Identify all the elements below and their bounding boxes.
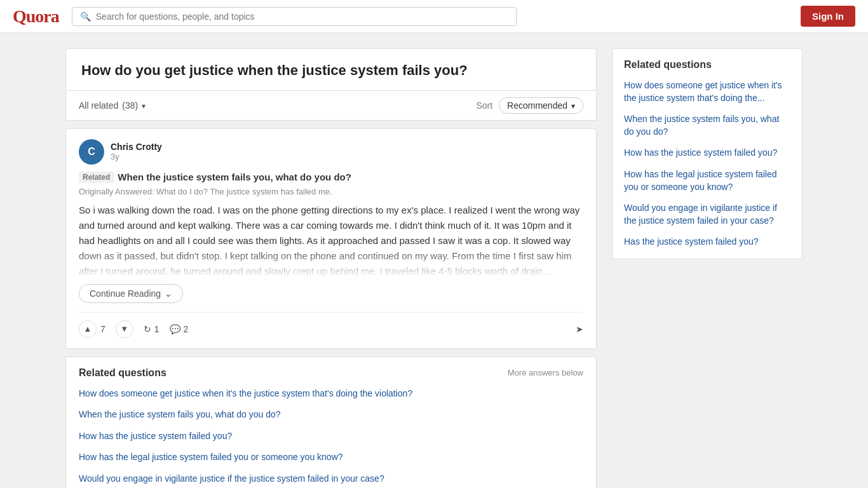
- all-related-label: All related: [79, 100, 118, 111]
- all-related-filter[interactable]: All related (38): [79, 100, 146, 111]
- quora-logo[interactable]: Quora: [13, 6, 59, 27]
- chevron-down-icon: [571, 100, 575, 111]
- more-answers-below: More answers below: [508, 368, 583, 377]
- reshare-button[interactable]: ↻ 1: [144, 324, 159, 334]
- sort-label: Sort: [476, 100, 492, 111]
- question-title: How do you get justice when the justice …: [81, 62, 581, 80]
- sidebar-link-6[interactable]: Has the justice system failed you?: [624, 236, 790, 248]
- all-related-count: (38): [122, 100, 138, 111]
- vote-row: ▲ 7 ▼ ↻ 1 💬 2 ➤: [79, 312, 583, 338]
- sidebar-link-4[interactable]: How has the legal justice system failed …: [624, 168, 790, 193]
- related-links-list: How does someone get justice when it's t…: [79, 388, 583, 485]
- author-name: Chris Crotty: [111, 142, 162, 152]
- related-questions-card: Related questions More answers below How…: [65, 356, 597, 488]
- sidebar-link-3[interactable]: How has the justice system failed you?: [624, 147, 790, 159]
- comment-count: 2: [184, 324, 189, 334]
- reshare-group: ↻ 1: [144, 324, 159, 334]
- chevron-down-icon: ⌄: [165, 288, 172, 299]
- sign-in-button[interactable]: Sign In: [801, 6, 855, 27]
- author-row: C Chris Crotty 3y: [79, 139, 583, 165]
- originally-answered: Originally Answered: What do I do? The j…: [79, 187, 583, 196]
- search-bar: 🔍: [72, 7, 517, 26]
- downvote-button[interactable]: ▼: [116, 320, 133, 338]
- sidebar-card: Related questions How does someone get j…: [612, 48, 803, 259]
- related-link-3[interactable]: How has the justice system failed you?: [79, 430, 583, 443]
- sidebar-link-5[interactable]: Would you engage in vigilante justice if…: [624, 202, 790, 227]
- center-column: How do you get justice when the justice …: [65, 48, 597, 488]
- header-right: Sign In: [801, 6, 855, 27]
- related-link-2[interactable]: When the justice system fails you, what …: [79, 409, 583, 421]
- related-link-5[interactable]: Would you engage in vigilante justice if…: [79, 473, 583, 485]
- share-icon: ➤: [576, 324, 583, 334]
- sort-dropdown[interactable]: Recommended: [499, 97, 583, 114]
- avatar: C: [79, 139, 104, 165]
- answer-card: C Chris Crotty 3y Related When the justi…: [65, 128, 597, 349]
- related-link-1[interactable]: How does someone get justice when it's t…: [79, 388, 583, 400]
- related-question-link[interactable]: When the justice system fails you, what …: [118, 172, 351, 182]
- sidebar-link-2[interactable]: When the justice system fails you, what …: [624, 113, 790, 138]
- search-icon: 🔍: [80, 11, 91, 22]
- search-input[interactable]: [96, 11, 508, 22]
- question-card: How do you get justice when the justice …: [65, 48, 597, 91]
- author-info: Chris Crotty 3y: [111, 142, 162, 161]
- share-button[interactable]: ➤: [576, 324, 583, 334]
- upvote-group: ▲ 7: [79, 320, 105, 338]
- upvote-button[interactable]: ▲: [79, 320, 97, 338]
- fade-overlay: [79, 247, 583, 279]
- comment-button[interactable]: 💬 2: [170, 324, 189, 334]
- continue-reading-label: Continue Reading: [90, 288, 161, 299]
- header: Quora 🔍 Sign In: [0, 0, 868, 33]
- sidebar-title: Related questions: [624, 59, 790, 71]
- right-sidebar: Related questions How does someone get j…: [612, 48, 803, 488]
- upvote-count: 7: [100, 324, 105, 334]
- reshare-count: 1: [154, 324, 159, 334]
- related-questions-card-title: Related questions: [79, 367, 166, 379]
- answer-text: So i was walking down the road. I was on…: [79, 203, 583, 279]
- main-layout: How do you get justice when the justice …: [53, 48, 815, 488]
- filter-bar: All related (38) Sort Recommended: [65, 91, 597, 121]
- sort-section: Sort Recommended: [476, 97, 583, 114]
- comment-icon: 💬: [170, 324, 180, 334]
- reshare-icon: ↻: [144, 324, 151, 334]
- continue-reading-button[interactable]: Continue Reading ⌄: [79, 284, 183, 303]
- comment-group: 💬 2: [170, 324, 189, 334]
- related-link-4[interactable]: How has the legal justice system failed …: [79, 451, 583, 464]
- related-questions-header: Related questions More answers below: [79, 367, 583, 379]
- related-label: Related: [79, 172, 114, 183]
- sort-value: Recommended: [507, 100, 567, 111]
- author-time: 3y: [111, 152, 162, 161]
- chevron-down-icon: [142, 100, 146, 111]
- related-badge: Related When the justice system fails yo…: [79, 172, 351, 183]
- sidebar-link-1[interactable]: How does someone get justice when it's t…: [624, 79, 790, 104]
